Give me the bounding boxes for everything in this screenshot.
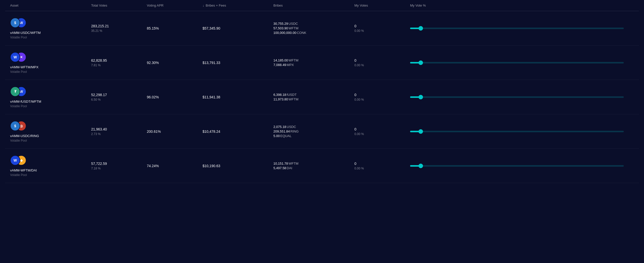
bribe-token: RING	[290, 129, 299, 133]
vote-slider-track[interactable]	[410, 165, 624, 167]
bribe-line: 10,151.78WFTM	[273, 162, 354, 165]
voting-apr-col: 85.15%	[147, 26, 203, 30]
header-bribes-fees[interactable]: ↓ Bribes + Fees	[203, 4, 273, 7]
token-icon-wftm: W	[10, 155, 20, 165]
bribe-amount: 5,497.58	[273, 166, 286, 170]
vote-slider-thumb[interactable]	[418, 164, 423, 168]
table-row: $◎vAMM-USDC/RINGVolatile Pool21,963.402.…	[5, 114, 639, 149]
bribe-token: USDC	[289, 22, 298, 26]
total-votes-col: 62,828.957.81 %	[91, 58, 147, 67]
my-votes-value: 0	[354, 162, 356, 166]
voting-apr-col: 92.30%	[147, 61, 203, 65]
my-votes-value: 0	[354, 93, 356, 97]
asset-name: vAMM-USDC/RING	[10, 134, 91, 138]
total-votes-col: 57,722.597.18 %	[91, 162, 147, 170]
votes-pct: 6.50 %	[91, 98, 147, 101]
bribe-amount: 5.00	[273, 134, 280, 138]
bribe-amount: 11,973.80	[273, 97, 288, 101]
votes-main: 57,722.59	[91, 162, 147, 166]
bribe-token: USDC	[287, 125, 296, 129]
header-total-votes[interactable]: Total Votes	[91, 4, 147, 7]
bribe-line: 11,973.80WFTM	[273, 97, 354, 101]
bribe-line: 5,497.58DAI	[273, 166, 354, 170]
vote-slider-track[interactable]	[410, 96, 624, 98]
votes-main: 21,963.40	[91, 127, 147, 131]
asset-type: Volatile Pool	[10, 173, 91, 177]
token-icon-wftm: W	[10, 52, 20, 62]
vote-slider-thumb[interactable]	[418, 26, 423, 31]
bribes-fees-col: $57,345.90	[203, 26, 273, 30]
bribe-line: 7,088.49MPX	[273, 63, 354, 67]
bribes-fees-col: $10,478.24	[203, 129, 273, 134]
my-votes-value: 0	[354, 127, 356, 131]
bribes-col: 14,185.00WFTM7,088.49MPX	[273, 58, 354, 67]
votes-pct: 7.81 %	[91, 63, 147, 67]
vote-slider-thumb[interactable]	[418, 60, 423, 65]
my-votes-pct: 0.00 %	[354, 63, 364, 67]
asset-icons: $◎	[10, 120, 28, 132]
token-icon-usdc: $	[10, 18, 20, 28]
sort-icon: ↓	[203, 4, 204, 7]
my-votes-col: 00.00 %	[354, 93, 410, 101]
asset-type: Volatile Pool	[10, 104, 91, 108]
bribe-line: 100,000,000.00CONK	[273, 31, 354, 35]
header-voting-apr[interactable]: Voting APR	[147, 4, 203, 7]
vote-slider-thumb[interactable]	[418, 129, 423, 134]
bribe-line: 6,398.18fUSDT	[273, 93, 354, 97]
header-bribes[interactable]: Bribes	[273, 4, 354, 7]
voting-apr-col: 200.61%	[147, 129, 203, 134]
my-votes-pct: 0.00 %	[354, 167, 364, 170]
bribe-amount: 30,755.29	[273, 22, 288, 26]
slider-col	[410, 62, 634, 63]
votes-pct: 35.21 %	[91, 29, 147, 33]
token-icon-fusdt: ₮	[10, 86, 20, 97]
total-votes-col: 52,298.176.50 %	[91, 93, 147, 101]
votes-main: 52,298.17	[91, 93, 147, 97]
bribes-col: 2,075.18USDC209,551.84RING5.00EQUAL	[273, 125, 354, 138]
bribe-token: WFTM	[289, 97, 298, 101]
bribe-line: 2,075.18USDC	[273, 125, 354, 129]
bribe-token: WFTM	[289, 26, 298, 30]
bribe-amount: 209,551.84	[273, 129, 290, 133]
header-my-vote-pct[interactable]: My Vote %	[410, 4, 634, 7]
bribes-fees-col: $11,941.38	[203, 95, 273, 99]
asset-col: W◈vAMM-WFTM/DAIVolatile Pool	[10, 155, 91, 177]
votes-main: 283,215.21	[91, 24, 147, 28]
token-icon-usdc: $	[10, 121, 20, 131]
bribes-col: 6,398.18fUSDT11,973.80WFTM	[273, 93, 354, 101]
total-votes-col: 283,215.2135.21 %	[91, 24, 147, 33]
bribes-col: 10,151.78WFTM5,497.58DAI	[273, 162, 354, 170]
header-my-votes[interactable]: My Votes	[354, 4, 410, 7]
my-votes-col: 00.00 %	[354, 58, 410, 67]
votes-table: Asset Total Votes Voting APR ↓ Bribes + …	[0, 0, 644, 183]
bribes-fees-col: $13,791.33	[203, 61, 273, 65]
bribe-line: 14,185.00WFTM	[273, 58, 354, 62]
table-row: ₮WvAMM-fUSDT/WFTMVolatile Pool52,298.176…	[5, 80, 639, 114]
my-votes-col: 00.00 %	[354, 162, 410, 170]
vote-slider-track[interactable]	[410, 62, 624, 63]
asset-col: $WvAMM-USDC/WFTMVolatile Pool	[10, 17, 91, 39]
asset-name: vAMM-USDC/WFTM	[10, 31, 91, 35]
asset-col: W✕vAMM-WFTM/MPXVolatile Pool	[10, 52, 91, 74]
my-votes-value: 0	[354, 58, 356, 62]
bribe-amount: 7,088.49	[273, 63, 286, 67]
bribe-token: fUSDT	[287, 93, 297, 97]
slider-col	[410, 165, 634, 167]
bribes-fees-col: $10,190.63	[203, 164, 273, 168]
bribes-col: 30,755.29USDC57,503.90WFTM100,000,000.00…	[273, 22, 354, 35]
voting-apr-col: 96.02%	[147, 95, 203, 99]
my-votes-pct: 0.00 %	[354, 98, 364, 101]
table-header: Asset Total Votes Voting APR ↓ Bribes + …	[5, 0, 639, 11]
slider-col	[410, 28, 634, 29]
vote-slider-track[interactable]	[410, 131, 624, 132]
bribe-line: 209,551.84RING	[273, 129, 354, 133]
bribe-amount: 14,185.00	[273, 58, 288, 62]
asset-name: vAMM-fUSDT/WFTM	[10, 100, 91, 103]
vote-slider-track[interactable]	[410, 28, 624, 29]
asset-icons: W◈	[10, 155, 28, 166]
my-votes-pct: 0.00 %	[354, 132, 364, 136]
table-row: $WvAMM-USDC/WFTMVolatile Pool283,215.213…	[5, 11, 639, 46]
asset-col: $◎vAMM-USDC/RINGVolatile Pool	[10, 120, 91, 142]
vote-slider-thumb[interactable]	[418, 95, 423, 99]
header-asset[interactable]: Asset	[10, 4, 91, 7]
